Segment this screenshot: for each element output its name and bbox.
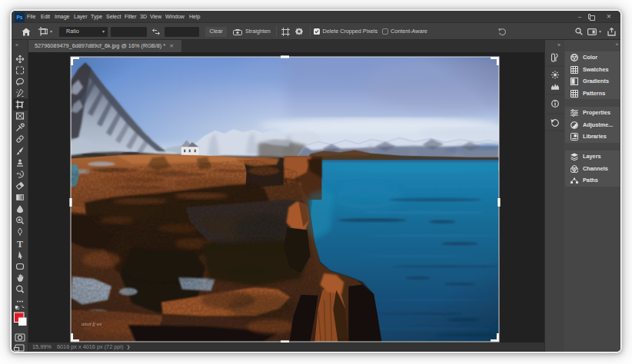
svg-text:»: »: [15, 42, 18, 48]
svg-text:»: »: [557, 42, 560, 48]
svg-text:T: T: [17, 239, 23, 250]
